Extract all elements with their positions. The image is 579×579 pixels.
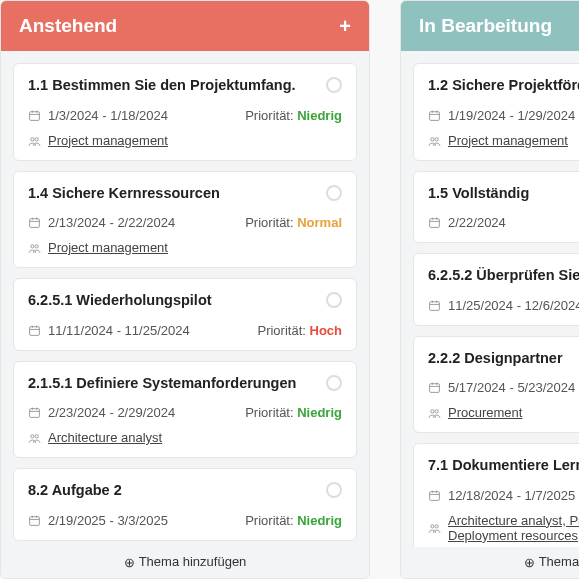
priority-label: Priorität:: [245, 215, 297, 230]
assignees-link[interactable]: Procurement: [448, 405, 522, 420]
priority-label: Priorität:: [245, 108, 297, 123]
calendar-icon: [28, 216, 41, 229]
svg-point-2: [35, 137, 38, 140]
task-title: 1.2 Sichere Projektförderung: [428, 76, 579, 96]
add-topic-label: Thema hinzufügen: [139, 554, 247, 569]
svg-point-18: [435, 410, 438, 413]
calendar-icon: [428, 489, 441, 502]
assignees-link[interactable]: Project management: [48, 133, 168, 148]
svg-point-9: [35, 435, 38, 438]
svg-point-21: [435, 525, 438, 528]
add-card-icon[interactable]: +: [339, 16, 351, 36]
users-icon: [28, 431, 41, 444]
priority-value: Niedrig: [297, 513, 342, 528]
svg-point-13: [435, 137, 438, 140]
priority-value: Hoch: [310, 323, 343, 338]
svg-rect-6: [30, 326, 40, 335]
plus-circle-icon: ⊕: [524, 555, 535, 570]
column-body: 1.2 Sichere Projektförderung1/19/2024 - …: [401, 51, 579, 578]
svg-rect-7: [30, 409, 40, 418]
calendar-icon: [28, 514, 41, 527]
users-icon: [428, 521, 441, 534]
column-title: In Bearbeitung: [419, 15, 552, 37]
svg-rect-19: [430, 492, 440, 501]
svg-point-12: [431, 137, 434, 140]
status-circle-icon[interactable]: [326, 185, 342, 201]
column-title: Anstehend: [19, 15, 117, 37]
users-icon: [28, 241, 41, 254]
task-title: 1.5 Vollständig: [428, 184, 529, 204]
svg-rect-14: [430, 219, 440, 228]
task-title: 8.2 Aufgabe 2: [28, 481, 122, 501]
kanban-column: Anstehend+1.1 Bestimmen Sie den Projektu…: [0, 0, 370, 579]
status-circle-icon[interactable]: [326, 292, 342, 308]
svg-point-17: [431, 410, 434, 413]
status-circle-icon[interactable]: [326, 77, 342, 93]
calendar-icon: [428, 299, 441, 312]
task-card[interactable]: 6.2.5.2 Überprüfen Sie11/25/2024 - 12/6/…: [413, 253, 579, 326]
calendar-icon: [428, 216, 441, 229]
svg-rect-0: [30, 111, 40, 120]
priority-value: Niedrig: [297, 405, 342, 420]
column-header: Anstehend+: [1, 1, 369, 51]
svg-point-1: [31, 137, 34, 140]
users-icon: [428, 134, 441, 147]
column-header: In Bearbeitung+: [401, 1, 579, 51]
task-card[interactable]: 1.2 Sichere Projektförderung1/19/2024 - …: [413, 63, 579, 161]
task-dates: 1/3/2024 - 1/18/2024: [48, 108, 168, 123]
task-dates: 11/11/2024 - 11/25/2024: [48, 323, 190, 338]
add-topic-button[interactable]: ⊕Thema hinzufügen: [401, 547, 579, 578]
task-card[interactable]: 7.1 Dokumentiere Lern12/18/2024 - 1/7/20…: [413, 443, 579, 556]
assignees-link[interactable]: Project management: [448, 133, 568, 148]
calendar-icon: [428, 381, 441, 394]
status-circle-icon[interactable]: [326, 482, 342, 498]
priority-label: Priorität:: [245, 513, 297, 528]
task-card[interactable]: 1.4 Sichere Kernressourcen2/13/2024 - 2/…: [13, 171, 357, 269]
task-title: 2.2.2 Designpartner: [428, 349, 563, 369]
users-icon: [28, 134, 41, 147]
priority-label: Priorität:: [257, 323, 309, 338]
task-title: 6.2.5.2 Überprüfen Sie: [428, 266, 579, 286]
svg-rect-10: [30, 517, 40, 526]
plus-circle-icon: ⊕: [124, 555, 135, 570]
svg-point-4: [31, 245, 34, 248]
task-dates: 2/23/2024 - 2/29/2024: [48, 405, 175, 420]
task-title: 2.1.5.1 Definiere Systemanforderungen: [28, 374, 296, 394]
status-circle-icon[interactable]: [326, 375, 342, 391]
priority-label: Priorität:: [245, 405, 297, 420]
task-dates: 5/17/2024 - 5/23/2024: [448, 380, 575, 395]
task-card[interactable]: 6.2.5.1 Wiederholungspilot11/11/2024 - 1…: [13, 278, 357, 351]
svg-point-8: [31, 435, 34, 438]
svg-point-20: [431, 525, 434, 528]
task-card[interactable]: 1.5 Vollständig2/22/2024: [413, 171, 579, 244]
svg-rect-15: [430, 301, 440, 310]
task-card[interactable]: 1.1 Bestimmen Sie den Projektumfang.1/3/…: [13, 63, 357, 161]
column-body: 1.1 Bestimmen Sie den Projektumfang.1/3/…: [1, 51, 369, 578]
calendar-icon: [428, 109, 441, 122]
svg-point-5: [35, 245, 38, 248]
task-dates: 12/18/2024 - 1/7/2025: [448, 488, 575, 503]
assignees-link[interactable]: Project management: [48, 240, 168, 255]
task-title: 7.1 Dokumentiere Lern: [428, 456, 579, 476]
task-title: 1.1 Bestimmen Sie den Projektumfang.: [28, 76, 296, 96]
task-card[interactable]: 2.1.5.1 Definiere Systemanforderungen2/2…: [13, 361, 357, 459]
task-title: 1.4 Sichere Kernressourcen: [28, 184, 220, 204]
task-card[interactable]: 8.2 Aufgabe 22/19/2025 - 3/3/2025Priorit…: [13, 468, 357, 541]
users-icon: [428, 406, 441, 419]
task-title: 6.2.5.1 Wiederholungspilot: [28, 291, 212, 311]
task-dates: 2/19/2025 - 3/3/2025: [48, 513, 168, 528]
svg-rect-11: [430, 111, 440, 120]
task-dates: 1/19/2024 - 1/29/2024: [448, 108, 575, 123]
assignees-link[interactable]: Architecture analyst, Project management…: [448, 513, 579, 543]
task-dates: 11/25/2024 - 12/6/2024: [448, 298, 579, 313]
task-card[interactable]: 2.2.2 Designpartner5/17/2024 - 5/23/2024…: [413, 336, 579, 434]
priority-value: Niedrig: [297, 108, 342, 123]
kanban-column: In Bearbeitung+1.2 Sichere Projektförder…: [400, 0, 579, 579]
calendar-icon: [28, 406, 41, 419]
priority-value: Normal: [297, 215, 342, 230]
add-topic-label: Thema hinzufügen: [539, 554, 579, 569]
assignees-link[interactable]: Architecture analyst: [48, 430, 162, 445]
add-topic-button[interactable]: ⊕Thema hinzufügen: [1, 547, 369, 578]
calendar-icon: [28, 109, 41, 122]
task-dates: 2/13/2024 - 2/22/2024: [48, 215, 175, 230]
